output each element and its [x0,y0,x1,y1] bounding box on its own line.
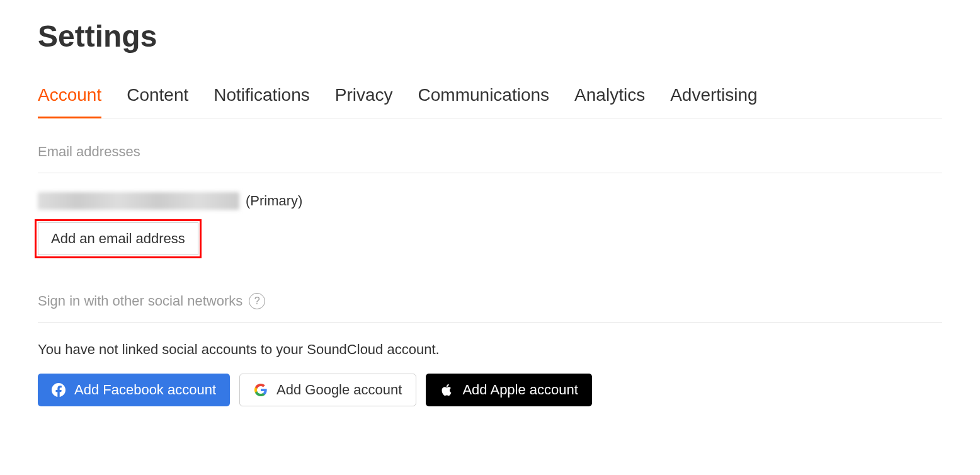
email-primary-indicator: (Primary) [246,193,302,209]
email-row: (Primary) [38,192,942,210]
add-facebook-button[interactable]: Add Facebook account [38,374,230,406]
social-message: You have not linked social accounts to y… [38,341,942,358]
facebook-button-label: Add Facebook account [74,382,216,398]
social-section-label-text: Sign in with other social networks [38,293,242,309]
help-icon[interactable]: ? [249,293,265,309]
google-button-label: Add Google account [276,382,402,398]
tab-notifications[interactable]: Notifications [214,85,310,118]
tab-account[interactable]: Account [38,85,101,118]
section-divider [38,173,942,173]
section-divider [38,322,942,323]
apple-button-label: Add Apple account [462,382,578,398]
tab-communications[interactable]: Communications [418,85,550,118]
page-title: Settings [38,19,942,54]
tab-advertising[interactable]: Advertising [670,85,758,118]
add-apple-button[interactable]: Add Apple account [426,374,591,406]
email-section-label: Email addresses [38,144,942,160]
tab-analytics[interactable]: Analytics [574,85,645,118]
add-email-button[interactable]: Add an email address [38,222,198,255]
social-section-label: Sign in with other social networks ? [38,293,942,309]
tabs-container: Account Content Notifications Privacy Co… [38,85,942,118]
tab-privacy[interactable]: Privacy [335,85,393,118]
email-address-redacted [38,192,239,210]
add-google-button[interactable]: Add Google account [239,374,416,406]
google-icon [254,383,268,397]
tab-content[interactable]: Content [127,85,188,118]
social-buttons-row: Add Facebook account Add Google account … [38,374,942,406]
apple-icon [440,383,453,397]
facebook-icon [52,383,66,397]
